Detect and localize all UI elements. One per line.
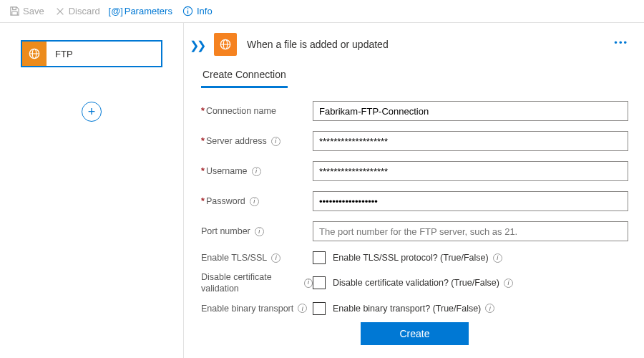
trigger-step-ftp[interactable]: FTP	[21, 40, 162, 67]
toolbar: Save Discard [@] Parameters Info	[0, 0, 644, 23]
enable-binary-checkbox[interactable]	[313, 302, 326, 315]
connection-form: Connection name Server addressi Username…	[200, 101, 628, 345]
server-address-input[interactable]	[313, 131, 628, 151]
disable-cert-text: Disable certificate validation? (True/Fa…	[333, 278, 513, 288]
plus-icon: +	[88, 105, 96, 118]
discard-button[interactable]: Discard	[52, 4, 103, 19]
svg-point-2	[187, 8, 189, 9]
label-disable-cert: Disable certificate validationi	[201, 271, 313, 295]
info-icon[interactable]: i	[504, 279, 513, 288]
password-input[interactable]	[313, 191, 628, 211]
label-port-number: Port numberi	[201, 226, 313, 236]
info-icon[interactable]: i	[271, 137, 280, 146]
trigger-step-label: FTP	[47, 49, 73, 59]
info-icon[interactable]: i	[252, 167, 261, 176]
parameters-button[interactable]: [@] Parameters	[107, 4, 175, 19]
label-enable-tls: Enable TLS/SSLi	[201, 253, 313, 263]
designer-sidebar: FTP +	[0, 23, 184, 358]
label-username: Usernamei	[201, 166, 313, 176]
label-enable-binary: Enable binary transporti	[201, 304, 313, 314]
more-menu-button[interactable]: •••	[614, 37, 628, 48]
details-panel: ❯❯ ••• When a file is added or updated C…	[184, 23, 644, 358]
discard-icon	[54, 6, 66, 17]
info-icon	[182, 6, 194, 17]
enable-tls-text: Enable TLS/SSL protocol? (True/False)i	[333, 253, 502, 263]
info-icon[interactable]: i	[255, 227, 264, 236]
info-button[interactable]: Info	[180, 4, 215, 19]
parameters-icon: [@]	[110, 6, 122, 17]
info-icon[interactable]: i	[485, 304, 494, 313]
save-label: Save	[23, 6, 44, 16]
tab-create-connection[interactable]: Create Connection	[201, 69, 288, 88]
info-icon[interactable]: i	[493, 253, 502, 263]
label-password: Passwordi	[201, 196, 313, 206]
info-icon[interactable]: i	[250, 197, 259, 206]
ftp-connector-icon	[214, 33, 237, 56]
discard-label: Discard	[69, 6, 100, 16]
parameters-label: Parameters	[125, 6, 172, 16]
add-step-button[interactable]: +	[82, 102, 102, 122]
ftp-connector-icon	[22, 42, 47, 66]
port-number-input[interactable]	[313, 221, 628, 241]
username-input[interactable]	[313, 161, 628, 181]
collapse-chevron-icon[interactable]: ❯❯	[190, 39, 204, 52]
connection-name-input[interactable]	[313, 101, 628, 121]
enable-tls-checkbox[interactable]	[313, 251, 326, 264]
label-connection-name: Connection name	[201, 106, 313, 116]
save-button[interactable]: Save	[6, 4, 47, 19]
label-server-address: Server addressi	[201, 136, 313, 146]
save-icon	[9, 6, 20, 17]
panel-header: When a file is added or updated	[200, 33, 628, 56]
info-icon[interactable]: i	[271, 253, 280, 263]
info-label: Info	[197, 6, 213, 16]
panel-title: When a file is added or updated	[247, 39, 389, 50]
disable-cert-checkbox[interactable]	[313, 276, 326, 289]
enable-binary-text: Enable binary transport? (True/False)i	[333, 304, 494, 314]
create-button[interactable]: Create	[361, 322, 468, 345]
info-icon[interactable]: i	[298, 304, 307, 313]
info-icon[interactable]: i	[304, 279, 313, 288]
